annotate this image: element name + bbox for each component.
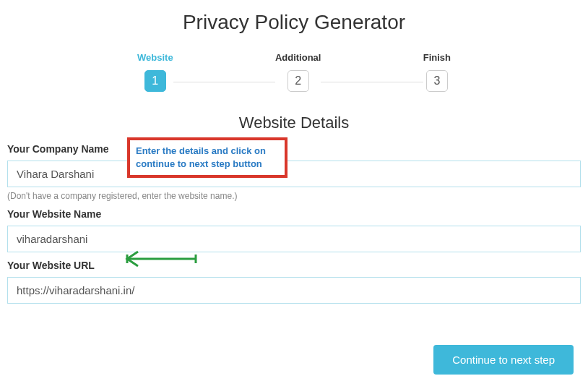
step-number: 2 — [287, 70, 309, 92]
continue-button[interactable]: Continue to next step — [433, 345, 574, 375]
page-title: Privacy Policy Generator — [0, 0, 588, 52]
stepper: Website 1 Additional 2 Finish 3 — [0, 52, 588, 114]
arrow-annotation — [113, 249, 199, 272]
step-connector — [173, 82, 275, 82]
website-url-group: Your Website URL — [7, 260, 581, 304]
website-url-input[interactable] — [7, 277, 581, 304]
website-url-label: Your Website URL — [7, 260, 581, 271]
step-label: Website — [137, 52, 173, 63]
section-title: Website Details — [0, 114, 588, 132]
website-name-group: Your Website Name — [7, 208, 581, 252]
step-number: 3 — [426, 70, 448, 92]
step-website[interactable]: Website 1 — [137, 52, 173, 92]
company-name-hint: (Don't have a company registered, enter … — [7, 191, 581, 201]
step-connector — [321, 82, 423, 82]
step-additional[interactable]: Additional 2 — [275, 52, 321, 92]
company-name-group: Your Company Name (Don't have a company … — [7, 143, 581, 201]
website-name-input[interactable] — [7, 226, 581, 252]
annotation-callout-text: Enter the details and click on continue … — [136, 145, 279, 171]
arrow-left-icon — [113, 249, 199, 269]
company-name-input[interactable] — [7, 161, 581, 187]
step-label: Finish — [423, 52, 451, 63]
website-name-label: Your Website Name — [7, 208, 581, 220]
annotation-callout: Enter the details and click on continue … — [127, 137, 287, 178]
form: Your Company Name (Don't have a company … — [0, 143, 588, 304]
step-number: 1 — [144, 70, 166, 92]
company-name-label: Your Company Name — [7, 143, 581, 155]
step-finish[interactable]: Finish 3 — [423, 52, 451, 92]
step-label: Additional — [275, 52, 321, 63]
